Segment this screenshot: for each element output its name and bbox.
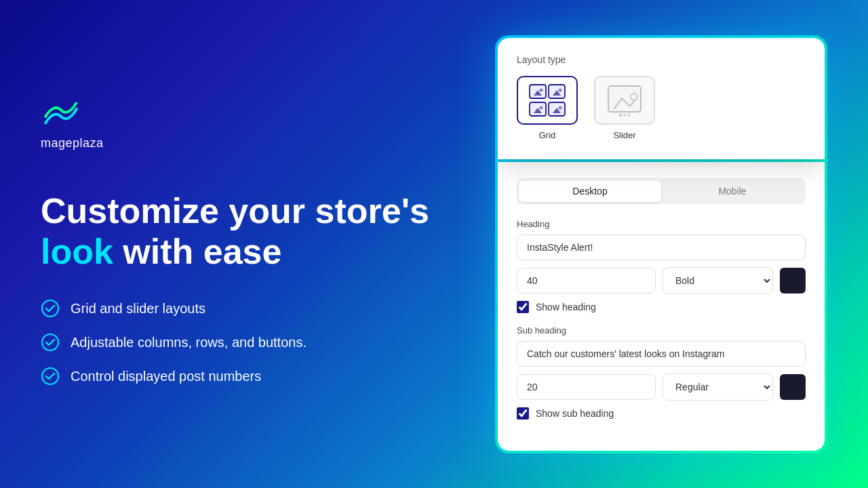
tab-mobile[interactable]: Mobile bbox=[661, 180, 804, 202]
heading-field-group: Heading Bold Regular Light Medium bbox=[517, 219, 806, 313]
slider-label: Slider bbox=[613, 130, 635, 140]
heading-label: Heading bbox=[517, 219, 806, 229]
subheading-label: Sub heading bbox=[517, 325, 806, 336]
logo: mageplaza bbox=[41, 102, 434, 150]
layout-options: Grid bbox=[517, 76, 806, 140]
grid-label: Grid bbox=[539, 130, 556, 140]
right-panel: Layout type bbox=[495, 35, 827, 453]
svg-point-8 bbox=[559, 88, 562, 92]
grid-icon-box bbox=[517, 76, 578, 125]
heading-show-row: Show heading bbox=[517, 301, 806, 313]
heading-color-swatch[interactable] bbox=[780, 268, 806, 293]
svg-point-13 bbox=[619, 114, 622, 117]
headline: Customize your store's look with ease bbox=[41, 191, 434, 272]
check-icon-1 bbox=[41, 299, 60, 318]
svg-point-2 bbox=[42, 368, 58, 384]
features-list: Grid and slider layouts Adjustable colum… bbox=[41, 299, 434, 386]
check-icon-3 bbox=[41, 367, 60, 386]
subheading-controls: Regular Bold Light Medium bbox=[517, 373, 806, 401]
subheading-input[interactable] bbox=[517, 341, 806, 367]
svg-point-15 bbox=[627, 114, 630, 117]
feature-text-2: Adjustable columns, rows, and buttons. bbox=[71, 335, 307, 350]
svg-point-10 bbox=[559, 106, 562, 109]
slider-icon bbox=[606, 83, 644, 117]
heading-controls: Bold Regular Light Medium bbox=[517, 267, 806, 294]
tab-desktop[interactable]: Desktop bbox=[519, 180, 661, 202]
layout-type-label: Layout type bbox=[517, 54, 806, 65]
tabs: Desktop Mobile bbox=[517, 178, 806, 204]
heading-input[interactable] bbox=[517, 235, 806, 260]
show-heading-label: Show heading bbox=[536, 302, 596, 312]
settings-card: Desktop Mobile Heading Bold Regular Li bbox=[498, 162, 825, 451]
subheading-font-size[interactable] bbox=[517, 374, 656, 400]
show-subheading-label: Show sub heading bbox=[536, 408, 614, 419]
feature-item-1: Grid and slider layouts bbox=[41, 299, 434, 318]
heading-font-size[interactable] bbox=[517, 268, 656, 293]
show-heading-checkbox[interactable] bbox=[517, 301, 529, 313]
subheading-color-swatch[interactable] bbox=[780, 374, 806, 400]
logo-text: mageplaza bbox=[41, 136, 434, 150]
layout-option-grid[interactable]: Grid bbox=[517, 76, 578, 140]
feature-item-2: Adjustable columns, rows, and buttons. bbox=[41, 333, 434, 352]
grid-icon bbox=[528, 83, 566, 117]
svg-point-12 bbox=[631, 94, 637, 100]
check-icon-2 bbox=[41, 333, 60, 352]
subheading-font-weight[interactable]: Regular Bold Light Medium bbox=[663, 373, 773, 401]
svg-point-1 bbox=[42, 334, 58, 350]
svg-point-7 bbox=[540, 88, 543, 92]
feature-text-1: Grid and slider layouts bbox=[71, 301, 205, 317]
left-panel: mageplaza Customize your store's look wi… bbox=[41, 102, 434, 386]
svg-point-9 bbox=[540, 106, 543, 109]
panel-inner: Layout type bbox=[498, 38, 825, 451]
feature-item-3: Control displayed post numbers bbox=[41, 367, 434, 386]
slider-icon-box bbox=[594, 76, 655, 125]
headline-part2: with ease bbox=[113, 232, 282, 271]
svg-point-14 bbox=[623, 114, 626, 117]
subheading-show-row: Show sub heading bbox=[517, 407, 806, 420]
headline-part1: Customize your store's bbox=[41, 191, 429, 230]
layout-option-slider[interactable]: Slider bbox=[594, 76, 655, 140]
layout-card: Layout type bbox=[498, 38, 825, 159]
panel-wrapper: Layout type bbox=[495, 35, 827, 453]
feature-text-3: Control displayed post numbers bbox=[71, 369, 261, 384]
subheading-field-group: Sub heading Regular Bold Light Medium bbox=[517, 325, 806, 420]
svg-point-0 bbox=[42, 300, 58, 317]
headline-highlight: look bbox=[41, 232, 113, 271]
heading-font-weight[interactable]: Bold Regular Light Medium bbox=[663, 267, 773, 294]
show-subheading-checkbox[interactable] bbox=[517, 407, 529, 420]
